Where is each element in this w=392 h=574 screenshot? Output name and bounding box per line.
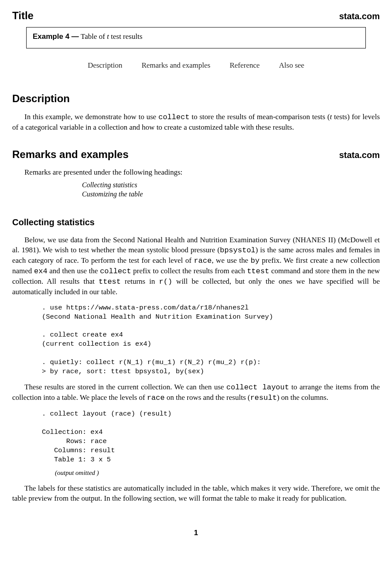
remarks-header-row: Remarks and examples stata.com — [12, 148, 380, 162]
subhead-customizing[interactable]: Customizing the table — [82, 189, 380, 199]
example-label: Example 4 — — [33, 32, 79, 41]
example-desc: Table of t test results — [81, 32, 142, 41]
output-omitted: (output omitted ) — [55, 468, 380, 477]
collecting-para-3: The labels for these statistics are auto… — [12, 484, 380, 504]
subhead-collecting[interactable]: Collecting statistics — [82, 180, 380, 190]
nav-description[interactable]: Description — [88, 61, 122, 69]
remarks-intro: Remarks are presented under the followin… — [12, 168, 380, 178]
page-number: 1 — [12, 528, 380, 538]
nav-remarks[interactable]: Remarks and examples — [142, 61, 211, 69]
description-heading: Description — [12, 92, 380, 106]
nav-also-see[interactable]: Also see — [279, 61, 304, 69]
nav-reference[interactable]: Reference — [230, 61, 260, 69]
remarks-subheading-list: Collecting statistics Customizing the ta… — [82, 180, 380, 199]
code-block-2: . collect layout (race) (result) Collect… — [42, 409, 380, 464]
title-header: Title stata.com — [12, 9, 380, 23]
brand-link-2[interactable]: stata.com — [339, 149, 380, 161]
section-nav: Description Remarks and examples Referen… — [12, 61, 380, 71]
brand-link[interactable]: stata.com — [339, 10, 380, 22]
title-box: Example 4 — Table of t test results — [26, 27, 366, 48]
page-title: Title — [12, 9, 34, 23]
code-block-1: . use https://www.stata-press.com/data/r… — [42, 303, 380, 376]
collecting-para-1: Below, we use data from the Second Natio… — [12, 235, 380, 297]
remarks-heading: Remarks and examples — [12, 148, 129, 162]
collecting-heading: Collecting statistics — [12, 217, 380, 228]
collecting-para-2: These results are stored in the current … — [12, 382, 380, 403]
description-paragraph: In this example, we demonstrate how to u… — [12, 112, 380, 133]
